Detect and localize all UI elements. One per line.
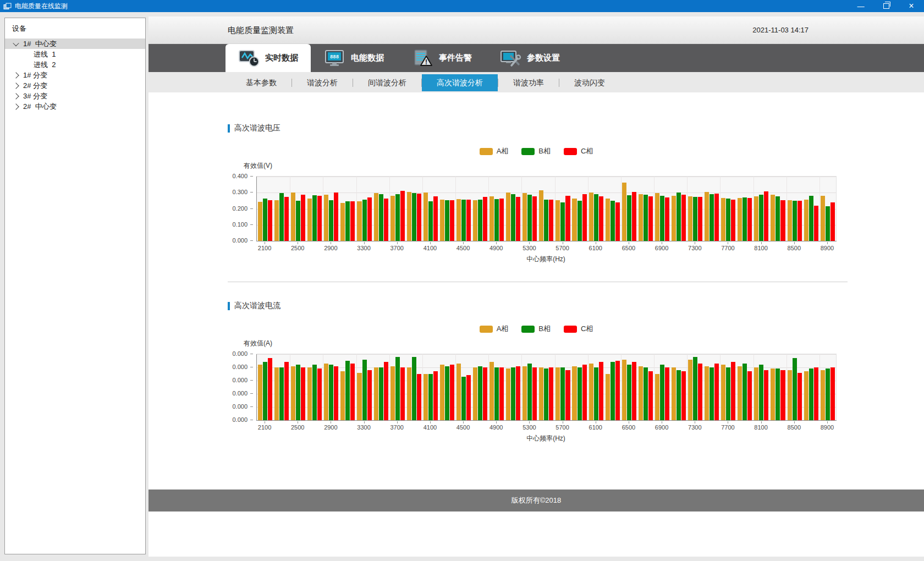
bar-group-2900 <box>323 354 339 420</box>
x-tick-label: 6900 <box>655 245 668 251</box>
subtab-3[interactable]: 高次谐波分析 <box>422 74 498 91</box>
bar <box>379 194 383 241</box>
tree-item-label: 2# 分变 <box>23 81 47 91</box>
tree-item-5[interactable]: 3# 分变 <box>5 91 145 101</box>
subtab-5[interactable]: 波动闪变 <box>559 74 620 91</box>
bar-groups <box>257 177 836 241</box>
chevron-right-icon[interactable] <box>13 93 19 99</box>
bar <box>676 370 681 420</box>
bar-group-7500 <box>703 177 720 241</box>
bar-group-5300 <box>521 177 538 241</box>
x-tick-mark <box>430 242 431 244</box>
tree-item-3[interactable]: 1# 分变 <box>5 70 145 80</box>
x-tick-label: 2100 <box>258 245 271 251</box>
tab-0[interactable]: 实时数据 <box>226 44 311 72</box>
bar <box>754 367 758 420</box>
x-axis-ticks: 2100250029003300370041004500490053005700… <box>256 242 835 251</box>
bar <box>764 370 768 420</box>
bar <box>400 367 405 420</box>
subtab-2[interactable]: 间谐波分析 <box>353 74 421 91</box>
bar <box>258 365 262 420</box>
bar <box>263 199 267 241</box>
y-tick-mark <box>250 176 253 177</box>
x-tick-mark <box>596 242 596 244</box>
bar-group-7700 <box>720 354 736 420</box>
x-tick-mark <box>265 242 265 244</box>
bar-group-4300 <box>439 177 455 241</box>
x-tick-label: 8500 <box>788 245 801 251</box>
bar-group-3300 <box>356 354 372 420</box>
bar <box>522 366 527 420</box>
bar <box>412 193 416 241</box>
bar <box>350 364 355 420</box>
svg-text:888: 888 <box>330 54 339 60</box>
tab-3[interactable]: 参数设置 <box>499 44 560 72</box>
bar <box>599 362 603 420</box>
close-icon: × <box>909 1 914 11</box>
tab-1[interactable]: 888电能数据 <box>323 44 384 72</box>
x-tick-mark <box>794 242 795 244</box>
restore-button[interactable] <box>873 0 899 12</box>
bar <box>532 196 537 241</box>
bar <box>831 202 835 241</box>
tree-item-0[interactable]: 1# 中心变 <box>5 38 145 49</box>
minimize-button[interactable]: — <box>848 0 873 12</box>
bar <box>296 365 300 420</box>
bar <box>312 365 317 420</box>
bar-group-4900 <box>488 354 505 420</box>
bar <box>395 357 400 420</box>
bar <box>721 198 725 241</box>
close-button[interactable]: × <box>899 0 924 12</box>
legend-item: A相 <box>480 324 509 334</box>
bar <box>312 195 317 241</box>
tree-item-label: 进线 1 <box>34 50 56 59</box>
x-tick-mark <box>430 421 431 424</box>
bar-group-4100 <box>422 354 439 420</box>
bar <box>759 195 763 241</box>
bar-group-6500 <box>621 354 637 420</box>
bar <box>639 366 643 420</box>
minimize-icon: — <box>857 2 865 10</box>
bar-group-4700 <box>472 177 488 241</box>
chevron-down-icon[interactable] <box>13 40 19 46</box>
tab-2[interactable]: !事件告警 <box>411 44 472 72</box>
bar <box>340 203 345 241</box>
x-tick-label: 6500 <box>622 424 635 431</box>
subtab-1[interactable]: 谐波分析 <box>292 74 353 91</box>
bar <box>473 367 477 420</box>
x-tick-label: 5700 <box>556 245 569 251</box>
bar-group-3900 <box>406 177 422 241</box>
bar-group-6300 <box>604 354 621 420</box>
chevron-right-icon[interactable] <box>13 72 19 78</box>
bar <box>698 197 702 241</box>
legend-label: C相 <box>581 146 593 156</box>
chevron-right-icon[interactable] <box>13 82 19 89</box>
x-tick-label: 7700 <box>721 245 734 251</box>
x-tick-label: 3300 <box>357 245 370 251</box>
x-tick-label: 7700 <box>721 424 734 431</box>
bar <box>284 197 289 241</box>
bar-group-5500 <box>538 354 554 420</box>
bar <box>433 196 438 241</box>
bar <box>412 357 416 420</box>
tree-item-1[interactable]: 进线 1 <box>5 49 145 59</box>
bar-group-3900 <box>406 354 422 420</box>
bar <box>726 199 730 241</box>
bar <box>400 191 405 241</box>
legend-swatch <box>564 326 577 333</box>
bar <box>362 360 367 420</box>
y-tick-mark <box>250 192 253 193</box>
subtab-4[interactable]: 谐波功率 <box>498 74 559 91</box>
bar <box>329 200 333 241</box>
tree-item-4[interactable]: 2# 分变 <box>5 80 145 91</box>
y-tick-label: 0.000 <box>232 390 248 397</box>
chevron-right-icon[interactable] <box>13 103 19 109</box>
subtab-0[interactable]: 基本参数 <box>231 74 292 91</box>
bar <box>693 197 697 241</box>
tree-item-2[interactable]: 进线 2 <box>5 59 145 70</box>
x-tick-label: 3700 <box>390 245 403 251</box>
bar <box>301 367 305 420</box>
x-tick-label: 8100 <box>754 245 767 251</box>
tree-item-6[interactable]: 2# 中心变 <box>5 101 145 112</box>
section-title-voltage: 高次谐波电压 <box>228 123 280 133</box>
